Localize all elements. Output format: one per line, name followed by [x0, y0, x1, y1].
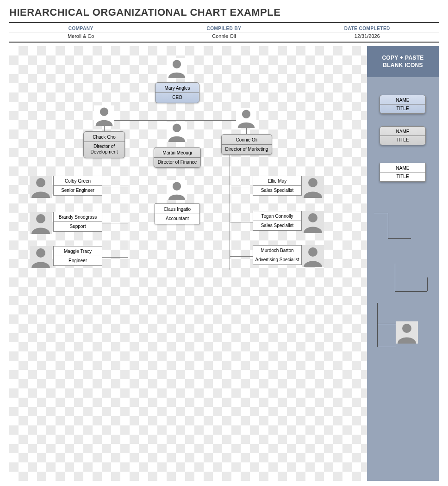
connector [230, 153, 230, 270]
card-title: Sales Specialist [253, 186, 301, 195]
card-fin-dir[interactable]: Martin Meougi Director of Finance [154, 147, 201, 168]
card-ceo[interactable]: Mary Angles CEO [155, 82, 199, 103]
person-icon [30, 212, 52, 234]
connector [230, 222, 253, 222]
card-title: Engineer [54, 256, 102, 265]
card-name: Connie Oli [222, 135, 272, 145]
person-icon-template[interactable] [396, 321, 418, 344]
card-dev-staff[interactable]: Maggie Tracy Engineer [53, 246, 102, 266]
connector [104, 120, 247, 121]
card-mkt-staff[interactable]: Murdoch Barton Advertising Specialist [253, 245, 302, 265]
card-name: Murdoch Barton [253, 246, 301, 255]
card-name: Chuck Cho [84, 132, 124, 142]
card-title: Advertising Specialist [253, 255, 301, 265]
connector-template[interactable] [388, 213, 388, 238]
person-icon [94, 105, 114, 126]
card-dev-staff[interactable]: Brandy Snodgrass Support [53, 212, 102, 232]
connector [177, 102, 177, 120]
person-icon [302, 211, 324, 233]
meta-company-value: Meroli & Co [68, 32, 94, 40]
connector [230, 256, 253, 257]
person-icon [167, 180, 187, 200]
sidebar-header: COPY + PASTE BLANK ICONS [367, 46, 439, 77]
person-icon [302, 176, 324, 198]
card-dev-staff[interactable]: Colby Green Senior Engineer [53, 176, 102, 196]
meta-table: COMPANY Meroli & Co COMPILED BY Connie O… [9, 22, 439, 43]
person-icon [167, 58, 187, 78]
org-chart-canvas[interactable]: Mary Angles CEO Chuck Cho Director of De… [9, 46, 367, 481]
template-card-grey[interactable]: NAME TITLE [380, 126, 426, 145]
sidebar-header-l1: COPY + PASTE [382, 55, 423, 61]
connector-template[interactable] [427, 277, 428, 291]
template-name: NAME [380, 95, 425, 105]
meta-company-header: COMPANY [9, 25, 152, 32]
card-title: Director of Marketing [222, 145, 272, 154]
connector-template[interactable] [395, 264, 395, 291]
connector-template[interactable] [377, 303, 378, 347]
card-name: Martin Meougi [154, 148, 200, 158]
card-mkt-staff[interactable]: Tegan Connolly Sales Specialist [253, 211, 302, 231]
card-name: Maggie Tracy [54, 246, 102, 256]
card-title: Director of Finance [154, 158, 200, 167]
connector-template[interactable] [377, 347, 396, 347]
connector-template[interactable] [388, 238, 411, 239]
connector-template[interactable] [377, 324, 396, 324]
person-icon [302, 245, 324, 267]
card-mkt-staff[interactable]: Ellie May Sales Specialist [253, 176, 302, 196]
meta-compiled-value: Connie Oli [212, 32, 236, 40]
card-dev-dir[interactable]: Chuck Cho Director of Development [83, 131, 125, 158]
connector [102, 257, 128, 258]
template-card-blue[interactable]: NAME TITLE [380, 95, 426, 114]
template-title: TITLE [380, 105, 425, 113]
card-name: Tegan Connolly [253, 211, 301, 221]
page-title: HIERARCHICAL ORGANIZATIONAL CHART EXAMPL… [0, 0, 448, 22]
meta-date-value: 12/31/2026 [355, 32, 380, 40]
connector [102, 223, 128, 223]
card-accountant[interactable]: Claus Ingatio Accountant [155, 203, 200, 224]
person-icon [167, 122, 187, 142]
person-icon [236, 108, 256, 128]
connector [230, 187, 253, 187]
sidebar-header-l2: BLANK ICONS [383, 62, 423, 68]
sidebar: COPY + PASTE BLANK ICONS NAME TITLE NAME… [367, 46, 439, 481]
template-card-white[interactable]: NAME TITLE [380, 163, 426, 182]
connector [128, 157, 128, 270]
person-icon [30, 246, 52, 268]
card-title: Support [54, 222, 102, 231]
card-name: Colby Green [54, 176, 102, 186]
meta-compiled-header: COMPILED BY [152, 25, 295, 32]
template-name: NAME [380, 163, 425, 172]
card-name: Brandy Snodgrass [54, 212, 102, 222]
connector-template[interactable] [374, 213, 388, 213]
card-title: CEO [156, 93, 199, 103]
template-name: NAME [380, 127, 425, 136]
card-mkt-dir[interactable]: Connie Oli Director of Marketing [221, 134, 272, 155]
card-name: Claus Ingatio [155, 204, 199, 214]
person-icon [30, 176, 52, 198]
connector-template[interactable] [395, 291, 427, 292]
template-title: TITLE [380, 172, 425, 181]
template-title: TITLE [380, 136, 425, 145]
card-name: Mary Angles [156, 83, 199, 93]
meta-date-header: DATE COMPLETED [296, 25, 439, 32]
card-title: Director of Development [84, 142, 124, 158]
connector [102, 187, 128, 187]
card-name: Ellie May [253, 176, 301, 186]
card-title: Sales Specialist [253, 221, 301, 230]
card-title: Senior Engineer [54, 186, 102, 195]
card-title: Accountant [155, 214, 199, 224]
